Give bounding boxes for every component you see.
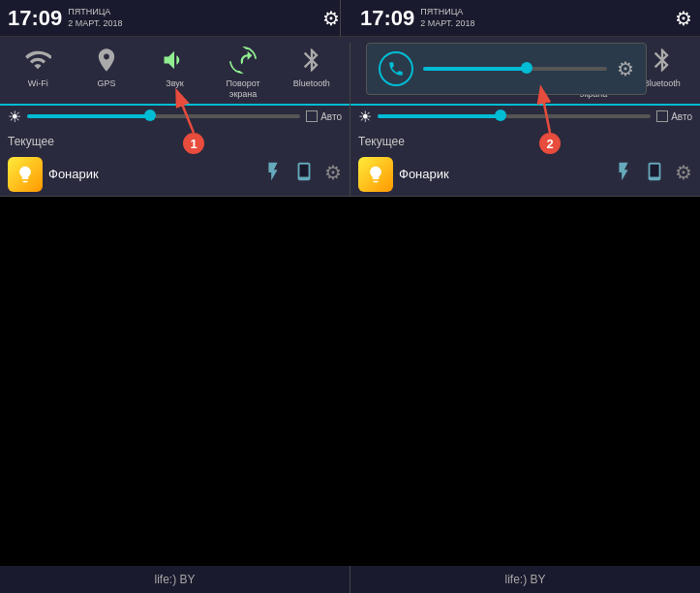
volume-slider-thumb	[521, 62, 533, 74]
wifi-label: Wi-Fi	[28, 78, 48, 89]
rotate-toggle[interactable]: Поворот экрана	[214, 43, 272, 100]
bottom-text-right: life:) BY	[504, 573, 545, 586]
status-right: 17:09 ПЯТНИЦА 2 МАРТ. 2018 ⚙	[341, 6, 692, 31]
rotate-label: Поворот экрана	[214, 78, 272, 100]
flashlight-btn-right[interactable]	[358, 157, 393, 192]
gps-toggle[interactable]: GPS	[77, 43, 136, 100]
svg-rect-1	[299, 165, 308, 177]
bluetooth-toggle[interactable]: Bluetooth	[283, 43, 341, 100]
brightness-slider-right[interactable]	[378, 114, 651, 118]
auto-label-left: Авто	[306, 110, 342, 122]
volume-gear-icon[interactable]: ⚙	[617, 57, 634, 80]
sound-icon	[157, 43, 192, 78]
flashlight-label-left: Фонарик	[48, 167, 99, 181]
bluetooth-icon-right	[645, 43, 680, 78]
wifi-toggle[interactable]: Wi-Fi	[9, 43, 67, 100]
status-bar: 17:09 ПЯТНИЦА 2 МАРТ. 2018 ⚙ 17:09 ПЯТНИ…	[0, 0, 700, 37]
flashlight-row-left: Фонарик ⚙	[0, 153, 350, 196]
current-label-left: Текущее	[8, 135, 54, 148]
volume-slider-fill	[423, 67, 525, 71]
date-left: ПЯТНИЦА 2 МАРТ. 2018	[68, 7, 122, 29]
settings-icon-left[interactable]: ⚙	[324, 161, 342, 187]
settings-icon-right[interactable]: ⚙	[675, 161, 692, 187]
brightness-icon-right: ☀	[358, 108, 372, 126]
brightness-fill-left	[27, 114, 150, 118]
volume-slider[interactable]	[423, 67, 607, 71]
rotate-icon	[226, 43, 260, 78]
brightness-thumb-right	[495, 109, 506, 121]
phone-icon-right[interactable]	[644, 161, 665, 187]
brightness-row-right: ☀ Авто	[350, 106, 700, 130]
auto-label-right: Авто	[656, 110, 692, 122]
bottom-text-left: life:) BY	[154, 573, 195, 586]
status-left: 17:09 ПЯТНИЦА 2 МАРТ. 2018 ⚙	[8, 6, 340, 31]
bottom-left: life:) BY	[0, 573, 350, 586]
flashlight-row-right: Фонарик ⚙	[350, 153, 700, 196]
toggle-row-left: Wi-Fi GPS Звук	[0, 43, 350, 104]
wifi-icon	[20, 43, 55, 78]
bottom-bar: life:) BY life:) BY	[0, 566, 700, 593]
brightness-fill-right	[378, 114, 501, 118]
phone-icon-left[interactable]	[293, 161, 315, 187]
brightness-icon-left: ☀	[8, 108, 21, 126]
settings-gear-right[interactable]: ⚙	[675, 7, 692, 30]
sound-toggle[interactable]: Звук	[145, 43, 203, 100]
current-label-right: Текущее	[358, 135, 405, 148]
current-row-left: Текущее	[0, 130, 350, 153]
current-row-right: Текущее	[350, 130, 700, 153]
bluetooth-icon	[294, 43, 329, 78]
time-right: 17:09	[360, 6, 414, 31]
flashlight-action-icon-left[interactable]	[262, 161, 284, 187]
bluetooth-label-right: Bluetooth	[644, 78, 681, 89]
action-icons-left: ⚙	[262, 161, 342, 187]
date-right: ПЯТНИЦА 2 МАРТ. 2018	[420, 7, 474, 29]
volume-popup: ⚙	[366, 43, 647, 95]
panel-left: Wi-Fi GPS Звук	[0, 43, 350, 196]
brightness-thumb-left	[144, 109, 156, 121]
action-icons-right: ⚙	[613, 161, 692, 187]
time-left: 17:09	[8, 6, 62, 31]
flashlight-btn-left[interactable]	[8, 157, 43, 192]
settings-gear-left[interactable]: ⚙	[322, 7, 340, 30]
auto-checkbox-left[interactable]	[306, 110, 318, 122]
brightness-slider-left[interactable]	[27, 114, 300, 118]
flashlight-action-icon-right[interactable]	[613, 161, 634, 187]
sound-label: Звук	[166, 78, 183, 89]
auto-checkbox-right[interactable]	[656, 110, 668, 122]
gps-icon	[89, 43, 124, 78]
flashlight-label-right: Фонарик	[399, 167, 449, 181]
bluetooth-label: Bluetooth	[293, 78, 330, 89]
svg-rect-3	[650, 165, 658, 177]
call-icon	[379, 51, 413, 86]
bottom-right: life:) BY	[350, 573, 700, 586]
brightness-row-left: ☀ Авто	[0, 106, 350, 130]
gps-label: GPS	[97, 78, 115, 89]
